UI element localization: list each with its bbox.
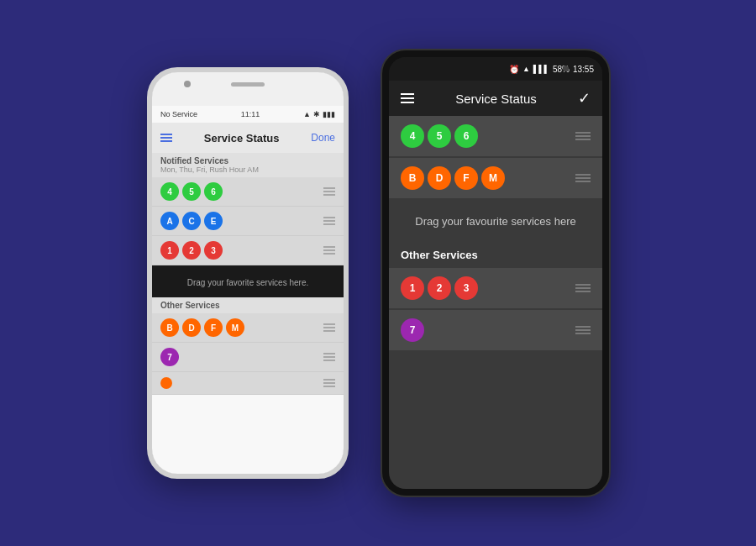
- iphone-badges-7: 7: [160, 348, 179, 366]
- badge-e: E: [204, 212, 223, 230]
- android-badge-3: 3: [454, 276, 478, 300]
- iphone-badges-partial: [160, 377, 172, 389]
- android-row-7[interactable]: 7: [389, 310, 602, 352]
- iphone-row-ace[interactable]: A C E: [152, 207, 344, 236]
- iphone-row-123[interactable]: 1 2 3: [152, 236, 344, 265]
- android-drag-handle-7[interactable]: [575, 326, 591, 334]
- android-nav-bar: Service Status ✓: [389, 81, 602, 116]
- iphone-nav-title: Service Status: [204, 132, 280, 144]
- android-badge-2: 2: [428, 276, 451, 300]
- hamburger-icon[interactable]: [160, 134, 172, 142]
- android-badges-bdfm: B D F M: [401, 166, 505, 190]
- android-badge-4: 4: [401, 124, 424, 148]
- android-status-bar: ⏰ ▲ ▌▌▌ 58% 13:55: [389, 57, 602, 81]
- wifi-icon: ▲: [522, 65, 530, 73]
- badge-2: 2: [182, 241, 201, 260]
- iphone-notified-header: Notified Services Mon, Thu, Fri, Rush Ho…: [152, 153, 344, 177]
- badge-7: 7: [160, 348, 179, 366]
- android-row-456[interactable]: 4 5 6: [389, 116, 602, 158]
- android: ⏰ ▲ ▌▌▌ 58% 13:55 Service Status ✓ 4 5: [382, 50, 609, 496]
- android-row-bdfm[interactable]: B D F M: [389, 158, 602, 200]
- iphone-badges-bdfm: B D F M: [160, 318, 244, 337]
- iphone-badges-456: 4 5 6: [160, 182, 223, 201]
- iphone: No Service 11:11 ▲ ✱ ▮▮▮ Service Status …: [147, 67, 349, 479]
- iphone-row-partial[interactable]: [152, 372, 344, 395]
- iphone-other-header: Other Services: [152, 297, 344, 313]
- android-status-icons: ⏰ ▲ ▌▌▌ 58% 13:55: [509, 65, 594, 74]
- android-badge-6: 6: [454, 124, 478, 148]
- android-badge-b: B: [401, 166, 424, 190]
- android-badge-m: M: [481, 166, 505, 190]
- drag-handle-partial[interactable]: [323, 379, 335, 387]
- badge-f: F: [204, 318, 223, 337]
- badge-d: D: [182, 318, 201, 337]
- badge-c: C: [182, 212, 201, 230]
- drag-handle-ace[interactable]: [323, 217, 335, 225]
- badge-1: 1: [160, 241, 179, 260]
- android-drag-handle-123[interactable]: [575, 284, 591, 292]
- drag-handle-456[interactable]: [323, 187, 335, 196]
- iphone-row-456[interactable]: 4 5 6: [152, 177, 344, 207]
- android-badge-d: D: [428, 166, 451, 190]
- phones-container: No Service 11:11 ▲ ✱ ▮▮▮ Service Status …: [0, 0, 756, 546]
- badge-partial: [160, 377, 172, 389]
- iphone-nav-bar: Service Status Done: [152, 123, 344, 153]
- iphone-badges-ace: A C E: [160, 212, 223, 230]
- iphone-top-bar: [152, 72, 344, 106]
- android-drag-handle-bdfm[interactable]: [575, 174, 591, 182]
- iphone-time: 11:11: [241, 110, 260, 118]
- android-badges-123: 1 2 3: [401, 276, 478, 300]
- badge-3: 3: [204, 241, 223, 260]
- battery-icon: ▮▮▮: [323, 110, 335, 118]
- android-drag-handle-456[interactable]: [575, 132, 591, 140]
- alarm-icon: ⏰: [509, 65, 519, 74]
- signal-icon: ▌▌▌: [533, 65, 549, 73]
- android-check-button[interactable]: ✓: [578, 89, 591, 108]
- iphone-row-bdfm[interactable]: B D F M: [152, 313, 344, 343]
- iphone-content: Notified Services Mon, Thu, Fri, Rush Ho…: [152, 153, 344, 474]
- iphone-carrier: No Service: [160, 110, 197, 118]
- iphone-done-button[interactable]: Done: [311, 132, 335, 144]
- android-badge-f: F: [454, 166, 478, 190]
- android-drag-area: Drag your favourite services here: [389, 200, 602, 242]
- android-time: 13:55: [573, 65, 594, 74]
- android-badges-456: 4 5 6: [401, 124, 478, 148]
- android-hamburger-icon[interactable]: [401, 93, 414, 103]
- iphone-drag-area: Drag your favorite services here.: [152, 265, 344, 297]
- iphone-badges-123: 1 2 3: [160, 241, 223, 260]
- android-badge-7: 7: [401, 318, 424, 342]
- iphone-row-7[interactable]: 7: [152, 343, 344, 372]
- android-camera: [563, 66, 569, 71]
- badge-m: M: [226, 318, 244, 337]
- android-drag-text: Drag your favourite services here: [415, 215, 575, 228]
- badge-5: 5: [182, 182, 201, 201]
- iphone-notified-subtitle: Mon, Thu, Fri, Rush Hour AM: [160, 165, 335, 174]
- android-content: 4 5 6 B D F M: [389, 116, 602, 489]
- iphone-speaker: [231, 82, 265, 87]
- android-badge-5: 5: [428, 124, 451, 148]
- iphone-camera: [184, 81, 191, 87]
- iphone-status-bar: No Service 11:11 ▲ ✱ ▮▮▮: [152, 106, 344, 123]
- iphone-status-icons: ▲ ✱ ▮▮▮: [303, 110, 335, 118]
- drag-handle-bdfm[interactable]: [323, 323, 335, 332]
- android-nav-title: Service Status: [455, 92, 537, 106]
- badge-b: B: [160, 318, 179, 337]
- badge-6: 6: [204, 182, 223, 201]
- location-icon: ▲: [303, 110, 311, 118]
- badge-a: A: [160, 212, 179, 230]
- android-other-header: Other Services: [389, 242, 602, 268]
- badge-4: 4: [160, 182, 179, 201]
- android-row-123[interactable]: 1 2 3: [389, 268, 602, 310]
- drag-handle-123[interactable]: [323, 246, 335, 255]
- android-badge-1: 1: [401, 276, 424, 300]
- bluetooth-icon: ✱: [313, 110, 320, 118]
- android-badges-7: 7: [401, 318, 424, 342]
- iphone-notified-title: Notified Services: [160, 156, 335, 165]
- iphone-drag-text: Drag your favorite services here.: [187, 278, 309, 287]
- drag-handle-7[interactable]: [323, 353, 335, 361]
